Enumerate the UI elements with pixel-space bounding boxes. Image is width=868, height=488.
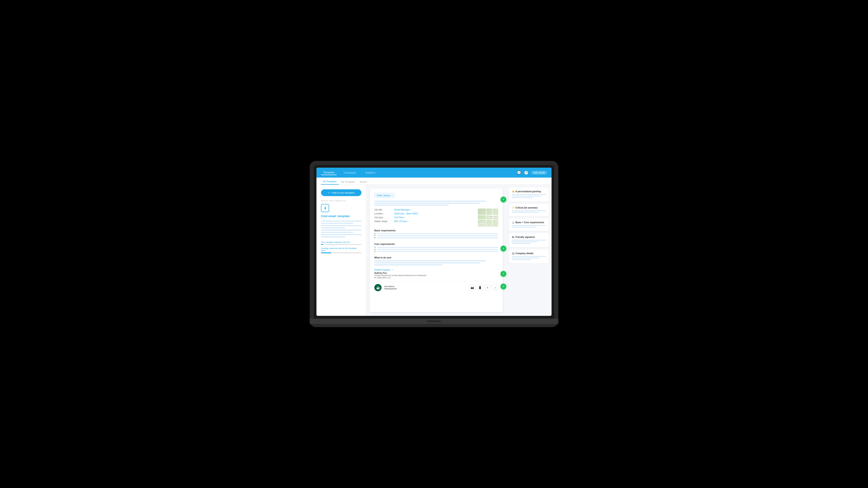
right-panel: 👋 A personalized greeting ⚡ Critical job… [506, 185, 552, 316]
dropdown-arrow: ▾ [392, 195, 393, 197]
req-line-2 [377, 235, 498, 236]
email-card: Hello Jamie, ▾ ✓ [370, 188, 503, 312]
your-rate-label: Your average response rate 5%* [321, 241, 362, 243]
whatsapp-icon[interactable]: 📱 [477, 285, 483, 291]
basic-req-title: Basic requirements: [374, 229, 498, 232]
signature-emoji: 🎭 [512, 236, 515, 238]
core-req-check-badge: ✓ [500, 246, 506, 252]
instagram-icon[interactable]: 📷 [469, 285, 475, 291]
plus-icon: + [328, 191, 329, 194]
user-chip[interactable]: John Smith [531, 171, 547, 175]
description-line-3 [321, 225, 362, 226]
map-road-h2 [478, 219, 498, 220]
sub-tab-all[interactable]: All Templates [321, 180, 339, 185]
sig-phone: M: (808) 909-1111 [374, 276, 498, 279]
map-thumbnail: Safeco Field Museum [478, 208, 498, 227]
sub-tab-my[interactable]: My Templates [339, 181, 358, 185]
greeting-section: Hello Jamie, ▾ ✓ [374, 193, 498, 206]
map-road-v2 [492, 208, 493, 227]
core-line-1 [377, 247, 498, 248]
chat-icon[interactable]: 💬 [517, 170, 521, 175]
laptop-frame: Templates Campaigns Analytics 💬 🕐 John S… [310, 161, 558, 327]
template-icon: ⬇ [321, 204, 329, 212]
tagline-line2: #tobeapartner [384, 288, 397, 290]
job-summary-emoji: ⚡ [512, 206, 515, 209]
description-line-4 [321, 227, 345, 228]
location-value[interactable]: Starbucks · Store 6356 ▾ [394, 213, 419, 215]
screen: Templates Campaigns Analytics 💬 🕐 John S… [316, 168, 552, 316]
greeting-card-title: 👋 A personalized greeting [512, 190, 546, 193]
center-preview: Hello Jamie, ▾ ✓ [366, 185, 506, 316]
what-next-line-1 [374, 260, 486, 261]
company-emoji: 🏢 [512, 252, 515, 255]
sig-name: Aubrey Fox [374, 272, 498, 274]
what-next-line-3 [374, 264, 442, 265]
left-sidebar: + + Add to your templates ABOUT THIS TEM… [316, 185, 366, 316]
core-line-3 [377, 251, 498, 252]
social-icons-row: 📷 📱 f ⚡ [469, 285, 498, 291]
core-req-title: Core requirements: [374, 243, 498, 246]
map-label-safeco: Safeco Field [489, 216, 497, 218]
job-title-arrow: ▾ [410, 209, 411, 211]
greeting-card-line-1 [512, 194, 546, 195]
salary-value[interactable]: $15–19 hour ▾ [394, 220, 408, 223]
core-dot-2 [374, 249, 375, 250]
core-dot-1 [374, 247, 375, 248]
template-rate-label: Average response rate for this template … [321, 247, 362, 252]
signature-section: Kindest regards, ▾ Aubrey Fox Human Reso… [374, 269, 498, 279]
req-line-1 [377, 233, 498, 234]
kindest-regards: Kindest regards, ▾ [374, 269, 498, 271]
tagline-line1: We believe. [384, 285, 397, 288]
nav-tab-campaigns[interactable]: Campaigns [341, 170, 359, 175]
basic-req-item-3 [374, 237, 498, 238]
sub-navbar: All Templates My Templates Shared [316, 177, 552, 185]
greeting-emoji: 👋 [512, 190, 515, 193]
job-title-value[interactable]: Retail Manager ▾ [394, 208, 411, 211]
job-type-label: Job type: [374, 216, 393, 219]
facebook-icon[interactable]: f [485, 285, 491, 291]
sub-tab-shared[interactable]: Shared [358, 181, 369, 185]
company-check-badge: ✓ [500, 284, 506, 289]
req-card-line-1 [512, 225, 546, 226]
requirements-emoji: ⚓ [512, 221, 515, 224]
job-type-row: Job type: Full-Time ▾ [374, 216, 474, 219]
laptop-notch [427, 320, 441, 322]
starbucks-tagline: We believe. #tobeapartner [384, 285, 397, 290]
about-label: ABOUT THIS TEMPLATE [321, 200, 362, 202]
job-title-row: Job title: Retail Manager ▾ [374, 208, 474, 211]
nav-tab-templates[interactable]: Templates [321, 170, 337, 175]
laptop-stand [411, 324, 457, 327]
template-rate-bar-fill [321, 252, 331, 253]
body-line-1 [374, 201, 486, 202]
nav-right-section: 💬 🕐 John Smith [517, 170, 547, 175]
company-card-line-3 [512, 259, 531, 260]
add-template-button[interactable]: + + Add to your templates [321, 189, 362, 196]
core-dot-3 [374, 251, 375, 252]
requirements-feature-card: ⚓ Basic + Core requirements [509, 219, 549, 231]
map-inner: Safeco Field Museum [478, 208, 498, 227]
job-type-value[interactable]: Full-Time ▾ [394, 216, 405, 219]
your-rate-bar-bg [321, 244, 362, 245]
location-row: Location: Starbucks · Store 6356 ▾ [374, 213, 474, 215]
basic-req-item-2 [374, 235, 498, 236]
salary-arrow: ▾ [408, 220, 408, 222]
greeting-feature-card: 👋 A personalized greeting [509, 188, 549, 201]
description-line-2 [321, 223, 353, 224]
company-feature-card: 🏢 Company details [509, 250, 549, 263]
job-details-section: Job title: Retail Manager ▾ Location: [374, 208, 498, 227]
greeting-row: Hello Jamie, ▾ [374, 193, 498, 198]
sig-footer: ☕ We believe. #tobeapartner 📷 📱 f ⚡ [374, 282, 498, 291]
salary-label: Salary range: [374, 220, 393, 223]
description-line-5 [321, 230, 362, 231]
description-line-7 [321, 234, 362, 235]
signature-content: Kindest regards, ▾ Aubrey Fox Human Reso… [374, 269, 498, 279]
greeting-chip[interactable]: Hello Jamie, ▾ [374, 193, 395, 198]
what-next-line-2 [374, 262, 480, 263]
messenger-icon[interactable]: ⚡ [492, 285, 498, 291]
nav-tab-analytics[interactable]: Analytics [363, 170, 377, 175]
history-icon[interactable]: 🕐 [524, 170, 528, 175]
signature-check-badge: ✓ [500, 271, 506, 277]
job-title-label: Job title: [374, 208, 393, 211]
description-line-6 [321, 232, 353, 233]
salary-row: Salary range: $15–19 hour ▾ [374, 220, 474, 223]
